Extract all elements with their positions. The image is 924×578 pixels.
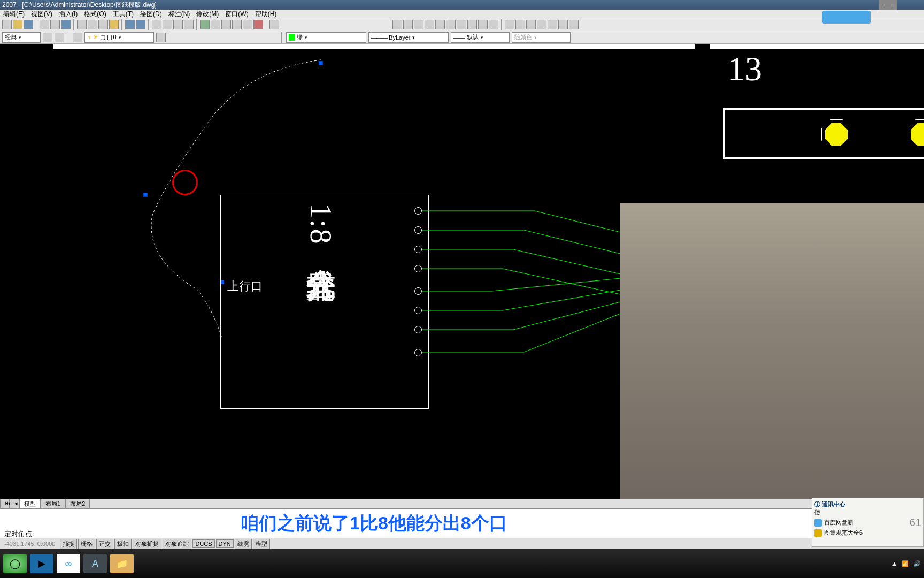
zoom-window-icon[interactable]	[173, 20, 183, 29]
dim-radius-icon[interactable]	[435, 20, 445, 29]
publish-icon[interactable]	[61, 20, 71, 29]
ortho-toggle[interactable]: 正交	[96, 539, 113, 549]
dim-edit-icon[interactable]	[537, 20, 546, 29]
open-icon[interactable]	[13, 20, 22, 29]
output-port[interactable]	[414, 307, 422, 314]
workspace-settings-icon[interactable]	[43, 33, 52, 42]
output-port[interactable]	[414, 287, 422, 295]
dim-aligned-icon[interactable]	[403, 20, 413, 29]
system-tray[interactable]: ▲ 📶 🔊	[891, 560, 921, 567]
dyn-toggle[interactable]: DYN	[216, 539, 234, 548]
dim-angular-icon[interactable]	[457, 20, 466, 29]
output-port[interactable]	[414, 349, 422, 356]
layer-prev-icon[interactable]	[156, 33, 166, 42]
menu-insert[interactable]: 插入(I)	[56, 10, 81, 18]
output-port[interactable]	[414, 246, 422, 253]
output-port[interactable]	[414, 207, 422, 215]
dim-diameter-icon[interactable]	[446, 20, 456, 29]
menu-edit[interactable]: 编辑(E)	[0, 10, 28, 18]
output-port[interactable]	[414, 326, 422, 333]
ducs-toggle[interactable]: DUCS	[192, 539, 214, 548]
dim-arc-icon[interactable]	[414, 20, 424, 29]
lineweight-select[interactable]: —— 默认	[451, 32, 510, 43]
command-area[interactable]: 咱们之前说了1比8他能分出8个口 定对角点:	[0, 508, 924, 538]
dim-update-icon[interactable]	[558, 20, 568, 29]
linetype-select[interactable]: ——— ByLayer	[368, 32, 449, 43]
color-select[interactable]: 绿	[286, 32, 366, 43]
lwt-toggle[interactable]: 线宽	[235, 539, 252, 549]
taskbar-app-icon[interactable]: ▶	[30, 554, 53, 573]
menu-help[interactable]: 帮助(H)	[252, 10, 280, 18]
dim-tedit-icon[interactable]	[548, 20, 557, 29]
tab-model[interactable]: 模型	[19, 499, 41, 508]
plotstyle-select[interactable]: 随颜色	[512, 32, 571, 43]
menu-dimension[interactable]: 标注(N)	[165, 10, 194, 18]
redo-icon[interactable]	[136, 20, 145, 29]
leader-icon[interactable]	[505, 20, 514, 29]
paste-icon[interactable]	[98, 20, 108, 29]
model-toggle[interactable]: 模型	[253, 539, 270, 549]
menu-tools[interactable]: 工具(T)	[110, 10, 137, 18]
calc-icon[interactable]	[253, 20, 263, 29]
output-port[interactable]	[414, 226, 422, 234]
grip[interactable]	[143, 193, 148, 197]
drawing-canvas[interactable]: 上行口 1:8盒式分光器 13 X	[0, 44, 924, 499]
match-icon[interactable]	[109, 20, 119, 29]
tab-layout2[interactable]: 布局2	[65, 499, 90, 508]
dim-linear-icon[interactable]	[392, 20, 402, 29]
circle-marker[interactable]	[172, 170, 198, 195]
zoom-icon[interactable]	[163, 20, 172, 29]
osnap-toggle[interactable]: 对象捕捉	[133, 539, 161, 549]
snap-toggle[interactable]: 捕捉	[60, 539, 77, 549]
taskbar-baidu-icon[interactable]: ∞	[57, 554, 80, 573]
dim-continue-icon[interactable]	[489, 20, 498, 29]
menu-format[interactable]: 格式(O)	[81, 10, 109, 18]
grip[interactable]	[319, 61, 323, 65]
copy-icon[interactable]	[88, 20, 97, 29]
workspace-select[interactable]: 经典	[2, 32, 41, 43]
output-port[interactable]	[414, 265, 422, 272]
print-icon[interactable]	[40, 20, 49, 29]
new-icon[interactable]	[2, 20, 12, 29]
tab-layout1[interactable]: 布局1	[41, 499, 65, 508]
toolpalette-icon[interactable]	[221, 20, 231, 29]
cloud-sync-button[interactable]	[822, 11, 871, 24]
coordinates-display[interactable]: -4031.1745, 0.0000	[0, 541, 59, 547]
window-minimize-button[interactable]: —	[879, 0, 897, 10]
dim-baseline-icon[interactable]	[478, 20, 488, 29]
grid-toggle[interactable]: 栅格	[78, 539, 95, 549]
tray-network-icon[interactable]: 📶	[902, 560, 909, 567]
otrack-toggle[interactable]: 对象追踪	[163, 539, 191, 549]
sheetset-icon[interactable]	[232, 20, 242, 29]
layer-select[interactable]: ♀ ☀ ▢ 口0	[84, 32, 154, 43]
layer-manager-icon[interactable]	[73, 33, 82, 42]
tab-scroll-first-icon[interactable]: ⏮	[0, 499, 10, 508]
pan-icon[interactable]	[152, 20, 161, 29]
tray-flag-icon[interactable]: ▲	[891, 560, 897, 567]
zoom-prev-icon[interactable]	[184, 20, 194, 29]
taskbar-explorer-icon[interactable]: 📁	[110, 554, 134, 573]
undo-icon[interactable]	[125, 20, 135, 29]
preview-icon[interactable]	[50, 20, 60, 29]
menu-modify[interactable]: 修改(M)	[193, 10, 222, 18]
dim-ordinate-icon[interactable]	[425, 20, 434, 29]
dimstyle-icon[interactable]	[569, 20, 579, 29]
designcenter-icon[interactable]	[211, 20, 220, 29]
tab-scroll-prev-icon[interactable]: ◂	[10, 499, 19, 508]
taskbar-autocad-icon[interactable]: A	[83, 554, 107, 573]
menu-window[interactable]: 窗口(W)	[222, 10, 251, 18]
workspace-save-icon[interactable]	[55, 33, 64, 42]
menu-draw[interactable]: 绘图(D)	[137, 10, 165, 18]
tray-volume-icon[interactable]: 🔊	[913, 560, 921, 567]
centermark-icon[interactable]	[526, 20, 536, 29]
save-icon[interactable]	[24, 20, 33, 29]
notification-popup[interactable]: ⓘ 通讯中心 使 百度网盘新 61 图集规范大全6	[812, 498, 924, 547]
polar-toggle[interactable]: 极轴	[114, 539, 132, 549]
markup-icon[interactable]	[243, 20, 252, 29]
tolerance-icon[interactable]	[515, 20, 525, 29]
help-icon[interactable]	[270, 20, 279, 29]
menu-view[interactable]: 视图(V)	[28, 10, 56, 18]
properties-icon[interactable]	[200, 20, 210, 29]
start-button[interactable]: ◯	[3, 554, 27, 573]
cut-icon[interactable]	[77, 20, 87, 29]
